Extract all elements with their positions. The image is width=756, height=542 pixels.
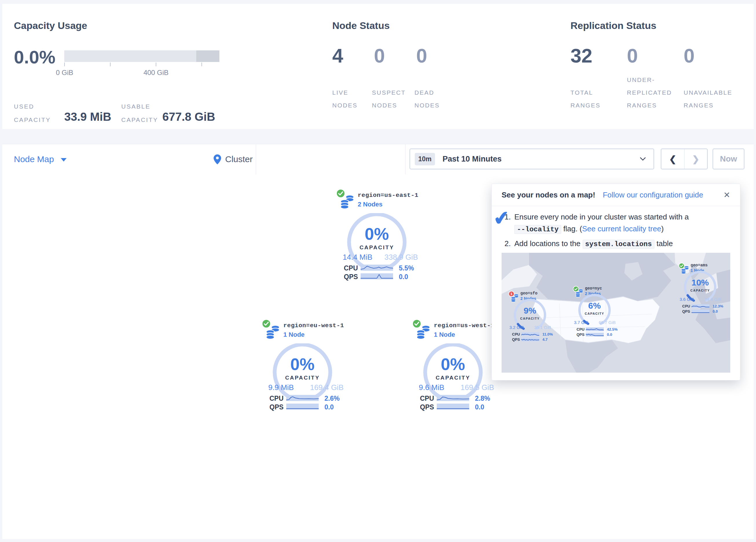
live-nodes-value: 4 [332,44,343,67]
node-locality-card[interactable]: region=eu-west-1 1 Node 0% CAPACITY 9.9 … [261,319,348,414]
chevron-down-icon [61,158,67,161]
close-icon[interactable]: ✕ [724,190,730,200]
locality-node-count: 1 Node [434,331,455,339]
configuration-guide-link[interactable]: Follow our configuration guide [603,190,703,199]
qps-value: 0.0 [324,403,334,411]
cpu-label: CPU [344,264,358,272]
node-locality-card[interactable]: geo=ams 1 Node 10% CAPACITY 3.6 GiB 34.4… [678,262,725,316]
qps-sparkline [286,404,319,410]
gauge-capacity-label: CAPACITY [421,375,485,381]
time-range-badge: 10m [415,153,435,165]
qps-label: QPS [682,309,690,314]
capacity-total: 34.4 GiB [704,297,721,302]
locality-name: geo=sfo [520,291,537,296]
time-range-select[interactable]: 10m Past 10 Minutes [410,148,654,169]
cpu-label: CPU [420,395,434,403]
now-button[interactable]: Now [713,148,744,169]
gauge-percent: 0% [271,354,334,374]
gauge-capacity-label: CAPACITY [271,375,334,381]
qps-value: 0.0 [607,333,612,337]
locality-node-count: 1 Node [283,331,304,339]
axis-tick-label: 400 GiB [133,69,179,77]
usable-capacity-value: 677.8 GiB [162,110,215,123]
locality-name: geo=nyc [585,286,602,291]
qps-sparkline [361,273,393,280]
used-capacity-value: 33.9 MiB [64,110,111,123]
suspect-nodes-value: 0 [374,44,385,67]
gauge-percent: 0% [345,224,409,243]
gauge-capacity-label: CAPACITY [345,244,409,251]
capacity-values: 3.2 GiB 35.1 GiB [509,325,551,330]
view-mode-dropdown[interactable]: Node Map [14,144,67,174]
node-locality-card[interactable]: region=us-west-1 1 Node 0% CAPACITY 9.6 … [412,319,499,414]
gauge-capacity-label: CAPACITY [681,289,719,292]
cpu-sparkline [361,264,393,271]
capacity-total: 338.9 GiB [384,253,418,262]
capacity-used: 9.9 MiB [268,383,294,392]
cpu-label: CPU [682,304,690,308]
node-locality-card[interactable]: geo=nyc 2 Nodes 6% CAPACITY 3.7 GiB 65.7… [573,286,619,339]
gauge-percent: 9% [511,306,549,316]
replication-status-title: Replication Status [570,20,656,31]
node-status-title: Node Status [332,20,390,31]
cpu-metric-row: CPU 42.5% [577,327,617,332]
locality-tree-link[interactable]: See current locality tree [582,224,661,233]
qps-label: QPS [344,273,358,281]
locality-name: region=eu-west-1 [283,322,344,329]
capacity-used: 14.4 MiB [343,253,373,262]
qps-metric-row: QPS 0.0 [682,309,723,314]
qps-metric-row: QPS 4.7 [512,337,553,342]
node-locality-card[interactable]: region=us-east-1 2 Nodes 0% CAPACITY 14.… [336,188,423,284]
breadcrumb[interactable]: Cluster [214,144,253,174]
gauge-capacity-label: CAPACITY [576,312,613,315]
cpu-sparkline [691,304,709,308]
time-forward-button[interactable]: ❯ [685,149,707,169]
capacity-usage-title: Capacity Usage [14,20,87,31]
capacity-used: 3.2 GiB [509,325,524,330]
total-ranges-value: 32 [570,44,592,67]
step-text-part: flag. ( [561,224,582,233]
popup-title: See your nodes on a map! [502,190,595,199]
cluster-overview-page: Capacity Usage 0.0% 0 GiB 400 GiB USED C… [0,0,756,542]
gauge-percent: 6% [576,301,613,311]
step-text-part: Ensure every node in your cluster was st… [514,212,689,221]
cpu-metric-row: CPU 12.3% [682,304,723,308]
capacity-total: 65.7 GiB [599,320,616,325]
check-icon: ✔ [492,206,511,230]
cpu-label: CPU [512,332,520,337]
capacity-values: 9.9 MiB 169.4 GiB [268,383,344,392]
popup-map-preview: 1 geo=sfo 2 Nodes 9% CAPACITY 3.2 GiB 35… [502,253,730,373]
unavailable-label: UNAVAILABLE RANGES [684,86,746,112]
qps-sparkline [521,338,539,341]
time-back-button[interactable]: ❮ [661,149,685,169]
capacity-used: 3.7 GiB [574,320,588,325]
location-pin-icon [214,154,221,164]
code-locality-flag: --locality [514,225,561,234]
used-capacity-label: USED CAPACITY [14,100,54,126]
total-ranges-label: TOTAL RANGES [570,86,608,112]
locality-node-count: 2 Nodes [358,201,383,208]
cpu-metric-row: CPU 2.6% [269,395,342,402]
capacity-total: 169.5 GiB [460,383,494,392]
dead-nodes-value: 0 [416,44,427,67]
axis-tick [201,63,202,66]
gauge-capacity-label: CAPACITY [511,317,549,320]
qps-label: QPS [420,403,434,411]
qps-metric-row: QPS 0.0 [577,333,617,337]
qps-metric-row: QPS 0.0 [420,403,492,410]
capacity-bar [64,50,219,62]
capacity-used: 3.6 GiB [680,297,694,302]
node-locality-card[interactable]: 1 geo=sfo 2 Nodes 9% CAPACITY 3.2 GiB 35… [508,291,555,344]
capacity-used: 9.6 MiB [419,383,444,392]
popup-divider [492,206,740,206]
chevron-down-icon [640,157,646,161]
qps-value: 0.0 [713,309,718,314]
cpu-sparkline [521,333,539,336]
capacity-bar-used-segment [196,50,219,62]
capacity-percent: 0.0% [14,47,56,67]
qps-metric-row: QPS 0.0 [344,273,416,280]
locality-name: geo=ams [691,263,708,267]
cpu-value: 42.5% [607,327,618,332]
cpu-sparkline [437,395,469,401]
cpu-sparkline [586,328,604,331]
